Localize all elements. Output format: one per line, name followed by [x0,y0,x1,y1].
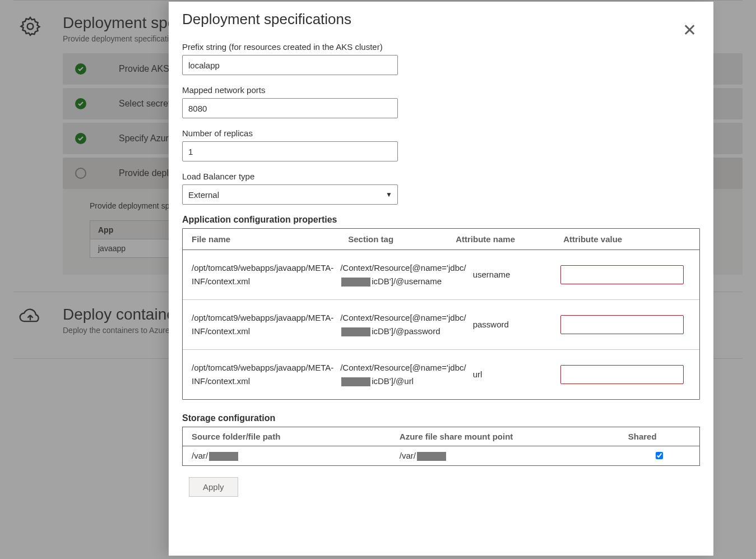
redacted-text [417,452,446,461]
section-tag-cell: /Context/Resource[@name='jdbc/icDB']/@us… [340,261,472,288]
lb-label: Load Balancer type [182,172,700,181]
ports-input[interactable] [182,98,398,118]
table-row: /opt/tomcat9/webapps/javaapp/META-INF/co… [183,250,699,299]
redacted-text [209,452,238,461]
table-row: /var/ /var/ [183,446,699,465]
section-tag-cell: /Context/Resource[@name='jdbc/icDB']/@ur… [340,361,472,388]
col-shared: Shared [628,432,690,441]
close-button[interactable]: ✕ [679,19,700,42]
section-tag-cell: /Context/Resource[@name='jdbc/icDB']/@pa… [340,311,472,338]
redacted-text [341,278,370,287]
deployment-spec-modal: Deployment specifications ✕ Prefix strin… [169,2,713,556]
redacted-text [341,377,370,386]
shared-checkbox[interactable] [656,452,663,459]
prefix-label: Prefix string (for resources created in … [182,42,700,52]
attr-value-input[interactable] [560,315,684,334]
replicas-label: Number of replicas [182,128,700,138]
col-file-name: File name [192,234,348,244]
file-name-cell: /opt/tomcat9/webapps/javaapp/META-INF/co… [192,311,340,338]
app-config-table: File name Section tag Attribute name Att… [182,228,700,400]
table-row: /opt/tomcat9/webapps/javaapp/META-INF/co… [183,349,699,399]
col-attr-value: Attribute value [563,234,690,244]
file-name-cell: /opt/tomcat9/webapps/javaapp/META-INF/co… [192,361,340,388]
table-row: /opt/tomcat9/webapps/javaapp/META-INF/co… [183,299,699,349]
source-path-cell: /var/ [192,451,400,461]
attr-name-cell: password [473,318,560,331]
col-attr-name: Attribute name [456,234,563,244]
file-name-cell: /opt/tomcat9/webapps/javaapp/META-INF/co… [192,261,340,288]
storage-config-table: Source folder/file path Azure file share… [182,427,700,466]
ports-label: Mapped network ports [182,85,700,95]
prefix-input[interactable] [182,55,398,75]
col-section-tag: Section tag [348,234,456,244]
redacted-text [341,327,370,336]
lb-select[interactable]: External [182,184,398,205]
col-source-path: Source folder/file path [192,432,400,441]
app-config-heading: Application configuration properties [182,215,700,225]
attr-name-cell: url [473,368,560,381]
attr-value-input[interactable] [560,265,684,284]
modal-title: Deployment specifications [182,11,351,28]
close-icon: ✕ [683,21,697,39]
storage-config-heading: Storage configuration [182,413,700,423]
col-mount-point: Azure file share mount point [400,432,628,441]
replicas-input[interactable] [182,141,398,161]
apply-button[interactable]: Apply [189,477,238,497]
attr-name-cell: username [473,268,560,281]
attr-value-input[interactable] [560,365,684,384]
mount-point-cell: /var/ [400,451,628,461]
